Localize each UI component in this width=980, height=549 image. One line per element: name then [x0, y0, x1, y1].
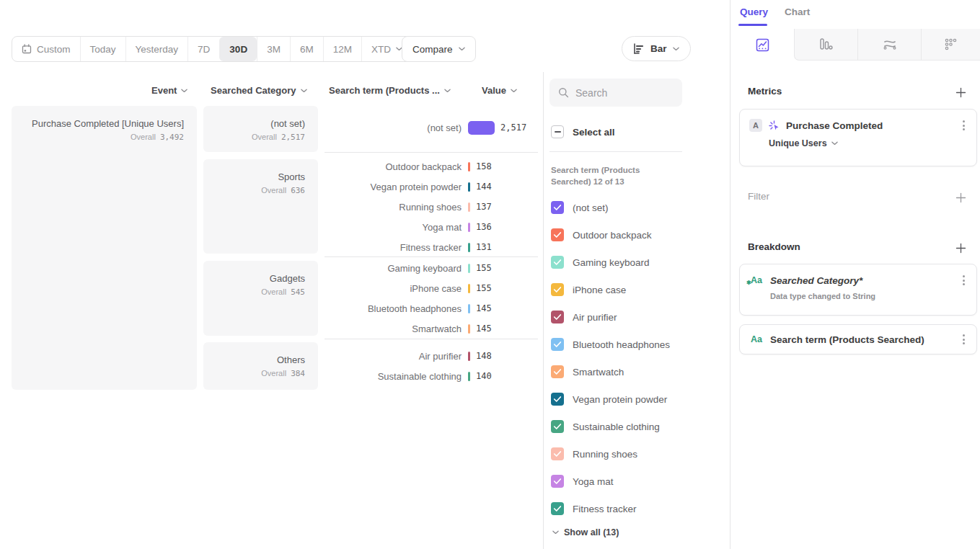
tab-query[interactable]: Query: [740, 6, 768, 17]
tab-insights[interactable]: [730, 29, 794, 61]
legend-item[interactable]: (not set): [551, 194, 688, 221]
date-range-label: Custom: [37, 44, 71, 55]
term-row[interactable]: (not set) 2,517: [325, 117, 538, 138]
tab-retention[interactable]: [921, 29, 980, 61]
string-property-icon: Aa: [749, 334, 764, 345]
term-row[interactable]: Sustainable clothing 140: [325, 366, 538, 386]
item-checkbox[interactable]: [551, 393, 564, 406]
value-bar: [468, 223, 470, 232]
column-header-searched-category[interactable]: Searched Category: [211, 85, 307, 96]
retention-icon: [944, 37, 958, 51]
event-cell[interactable]: Purchase Completed [Unique Users] Overal…: [12, 106, 197, 390]
active-tab-underline: [738, 24, 767, 26]
term-row[interactable]: Vegan protein powder 144: [325, 177, 538, 197]
kebab-menu-icon[interactable]: [960, 119, 968, 132]
date-range-3m[interactable]: 3M: [257, 37, 290, 61]
select-all-row[interactable]: Select all: [551, 125, 615, 138]
category-cell[interactable]: Others Overall384: [203, 342, 318, 390]
check-icon: [553, 259, 562, 266]
item-checkbox[interactable]: [551, 475, 564, 488]
legend-item[interactable]: Bluetooth headphones: [551, 331, 688, 358]
value-bar: [468, 162, 470, 171]
item-checkbox[interactable]: [551, 228, 564, 241]
tab-chart[interactable]: Chart: [785, 6, 810, 17]
item-checkbox[interactable]: [551, 365, 564, 378]
plus-icon: [955, 243, 966, 254]
item-checkbox[interactable]: [551, 502, 564, 515]
compare-button[interactable]: Compare: [402, 36, 476, 62]
date-range-custom[interactable]: Custom: [12, 37, 80, 61]
legend-search[interactable]: [549, 79, 682, 107]
flows-icon: [883, 37, 897, 51]
breakdown-card[interactable]: Aa Search term (Products Searched): [739, 324, 977, 354]
legend-item[interactable]: Air purifier: [551, 303, 688, 331]
legend-item[interactable]: iPhone case: [551, 276, 688, 303]
item-checkbox[interactable]: [551, 311, 564, 323]
date-range-yesterday[interactable]: Yesterday: [125, 37, 188, 61]
item-checkbox[interactable]: [551, 283, 564, 296]
legend-item[interactable]: Fitness tracker: [551, 495, 688, 522]
value-bar: [468, 182, 470, 192]
chevron-down-icon: [301, 89, 307, 93]
date-range-7d[interactable]: 7D: [187, 37, 219, 61]
search-icon: [558, 87, 569, 98]
add-metric-button[interactable]: [953, 85, 968, 99]
show-all-toggle[interactable]: Show all (13): [552, 527, 619, 537]
legend-item[interactable]: Yoga mat: [551, 468, 688, 495]
value-bar: [468, 284, 470, 293]
metric-measure-selector[interactable]: Unique Users: [740, 132, 976, 148]
column-header-value[interactable]: Value: [482, 85, 517, 96]
add-breakdown-button[interactable]: [953, 241, 968, 255]
legend-item[interactable]: Vegan protein powder: [551, 385, 688, 413]
report-type-tabs: [730, 29, 980, 61]
legend-item[interactable]: Sustainable clothing: [551, 413, 688, 440]
legend-item[interactable]: Smartwatch: [551, 358, 688, 385]
panel-divider: [730, 0, 730, 549]
tab-flows[interactable]: [857, 29, 921, 61]
term-row[interactable]: Gaming keyboard 155: [325, 258, 538, 278]
item-checkbox[interactable]: [551, 420, 564, 433]
funnels-icon: [819, 37, 833, 51]
metric-card[interactable]: A Purchase Completed Unique Users: [739, 109, 977, 166]
item-checkbox[interactable]: [551, 447, 564, 460]
date-range-6m[interactable]: 6M: [290, 37, 323, 61]
term-row[interactable]: Fitness tracker 131: [325, 237, 538, 257]
legend-item[interactable]: Running shoes: [551, 440, 688, 468]
term-row[interactable]: Bluetooth headphones 145: [325, 298, 538, 318]
search-input[interactable]: [575, 87, 669, 99]
term-row[interactable]: Yoga mat 136: [325, 217, 538, 237]
legend-item[interactable]: Outdoor backpack: [551, 221, 688, 249]
category-cell[interactable]: Gadgets Overall545: [203, 261, 318, 336]
date-range-today[interactable]: Today: [80, 37, 125, 61]
date-range-12m[interactable]: 12M: [323, 37, 361, 61]
category-cell[interactable]: (not set) Overall2,517: [203, 106, 318, 152]
column-header-event[interactable]: Event: [151, 85, 187, 96]
item-checkbox[interactable]: [551, 256, 564, 269]
chevron-down-icon: [511, 89, 517, 93]
insights-icon: [756, 38, 769, 52]
legend-item[interactable]: Gaming keyboard: [551, 249, 688, 276]
check-icon: [553, 286, 562, 293]
check-icon: [553, 313, 562, 321]
date-range-30d[interactable]: 30D: [219, 37, 257, 61]
term-row[interactable]: iPhone case 155: [325, 278, 538, 298]
check-icon: [553, 396, 562, 403]
term-row[interactable]: Air purifier 148: [325, 346, 538, 366]
item-checkbox[interactable]: [551, 338, 564, 351]
term-row[interactable]: Smartwatch 145: [325, 318, 538, 339]
select-all-checkbox[interactable]: [551, 125, 564, 138]
add-filter-button[interactable]: [953, 190, 968, 205]
chart-type-selector[interactable]: Bar: [622, 36, 691, 61]
plus-icon: [955, 192, 966, 203]
tab-funnels[interactable]: [794, 29, 857, 61]
category-cell[interactable]: Sports Overall636: [203, 159, 318, 254]
kebab-menu-icon[interactable]: [960, 333, 968, 346]
column-header-search-term[interactable]: Search term (Products ...: [329, 85, 451, 96]
divider: [549, 151, 682, 152]
term-row[interactable]: Running shoes 137: [325, 197, 538, 217]
breakdown-card[interactable]: Aa✱ Searched Category* Data type changed…: [739, 264, 977, 316]
item-checkbox[interactable]: [551, 201, 564, 214]
kebab-menu-icon[interactable]: [960, 274, 968, 287]
plus-icon: [955, 87, 966, 98]
term-row[interactable]: Outdoor backpack 158: [325, 156, 538, 177]
